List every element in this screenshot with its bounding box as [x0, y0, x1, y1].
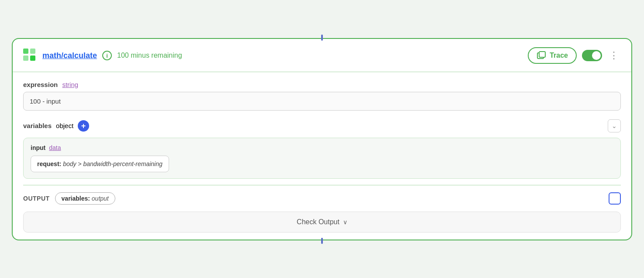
output-row: OUTPUT variables: output [13, 192, 631, 212]
svg-rect-0 [23, 49, 28, 54]
toggle-thumb [592, 51, 601, 60]
variables-type-hint[interactable]: object [56, 122, 73, 129]
output-badge-key: variables: [62, 195, 90, 202]
main-card: math/calculate i 100 minus remaining Tra… [12, 38, 632, 240]
connector-bottom [321, 238, 323, 244]
expression-input[interactable] [23, 92, 621, 111]
trace-button[interactable]: Trace [528, 47, 577, 64]
connector-top [321, 35, 323, 41]
expression-type-hint[interactable]: string [62, 81, 78, 88]
variable-item: input data request: body > bandwidth-per… [23, 138, 621, 179]
collapse-button[interactable]: ⌄ [608, 119, 621, 132]
card-body: expression string variables object + ⌄ i… [13, 72, 631, 179]
collapse-icon: ⌄ [612, 122, 617, 129]
check-output-button[interactable]: Check Output ∨ [23, 212, 621, 233]
var-value-path: body > bandwidth-percent-remaining [63, 160, 163, 167]
var-type[interactable]: data [49, 144, 61, 151]
block-icon [21, 47, 37, 65]
svg-rect-2 [23, 56, 28, 61]
expression-label-text: expression [23, 81, 58, 88]
add-variable-button[interactable]: + [78, 120, 89, 132]
block-link[interactable]: math/calculate [42, 51, 97, 60]
variables-row: variables object + ⌄ [23, 119, 621, 132]
trace-button-label: Trace [550, 52, 568, 59]
check-output-label: Check Output [297, 218, 339, 226]
output-badge: variables: output [55, 192, 115, 205]
output-label: OUTPUT [23, 195, 50, 202]
more-menu-icon[interactable]: ⋮ [607, 50, 621, 61]
var-value-key: request: [37, 160, 61, 167]
var-value-box: request: body > bandwidth-percent-remain… [31, 156, 169, 172]
variables-label-text: variables [23, 122, 52, 129]
trace-button-icon [537, 51, 546, 60]
svg-rect-3 [30, 56, 35, 61]
check-output-chevron: ∨ [343, 219, 347, 226]
section-divider [23, 185, 621, 185]
svg-rect-5 [539, 52, 545, 57]
toggle-switch[interactable] [582, 50, 602, 61]
info-icon[interactable]: i [102, 51, 112, 60]
output-checkbox[interactable] [609, 192, 621, 205]
card-header: math/calculate i 100 minus remaining Tra… [13, 39, 631, 72]
var-name: input [31, 144, 45, 151]
header-subtitle: 100 minus remaining [117, 52, 182, 59]
expression-label: expression string [23, 81, 621, 88]
var-name-row: input data [31, 144, 613, 151]
output-badge-val: output [92, 195, 109, 202]
svg-rect-1 [30, 49, 35, 54]
